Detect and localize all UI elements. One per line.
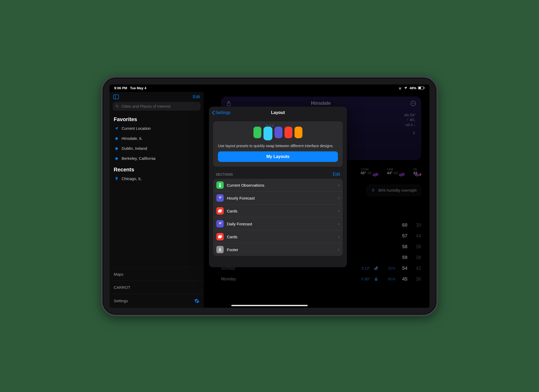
sidebar-item-settings[interactable]: Settings — [109, 294, 204, 308]
hourly-slot: 12AM 45° 48° — [361, 172, 379, 175]
sidebar-item-current-location[interactable]: Current Location — [112, 123, 202, 133]
pin-icon — [114, 176, 119, 181]
battery-percent: 48% — [410, 86, 416, 90]
sidebar-edit-button[interactable]: Edit — [193, 95, 200, 99]
favorites-header: Favorites — [109, 113, 204, 123]
location-arrow-icon — [114, 126, 119, 131]
sidebar-item-dublin[interactable]: Dublin, Ireland — [112, 143, 202, 153]
home-indicator[interactable] — [231, 305, 308, 306]
recents-header: Recents — [109, 163, 204, 174]
sidebar-item-carrot[interactable]: CARROT — [109, 281, 204, 294]
section-label: Cards — [227, 209, 335, 213]
preset-chip — [275, 127, 282, 138]
ipad-frame: 9:06 PM Tue May 4 48% — [101, 76, 438, 316]
sidebar-item-label: Berkeley, California — [122, 156, 156, 161]
preset-chip-selected — [263, 127, 272, 140]
sidebar-bottom-label: Settings — [114, 299, 128, 303]
svg-point-20 — [219, 185, 221, 187]
section-label: Cards — [227, 235, 335, 239]
chevron-right-icon: › — [338, 221, 340, 227]
sparkle-icon — [216, 220, 224, 227]
svg-rect-23 — [219, 209, 222, 212]
layout-popover: Settings Layout ＼｜／ Use layout presets t… — [209, 107, 347, 267]
status-date: Tue May 4 — [130, 86, 146, 90]
sidebar-item-hinsdale[interactable]: Hinsdale, IL — [112, 133, 202, 143]
screen: 9:06 PM Tue May 4 48% — [109, 85, 430, 308]
back-label: Settings — [215, 110, 231, 115]
layout-intro-card: ＼｜／ Use layout presets to quickly swap b… — [213, 121, 343, 167]
sections-list: Current Observations › Hourly Forecast ›… — [213, 179, 343, 256]
sidebar-item-label: Chicago, IL — [122, 176, 142, 181]
preset-chip — [253, 127, 261, 138]
city-name: Hinsdale — [231, 101, 410, 106]
sidebar-item-label: Dublin, Ireland — [122, 146, 147, 151]
sparkle-icon: ＼｜／ — [266, 123, 275, 127]
svg-point-15 — [401, 173, 405, 176]
cloud-icon — [372, 172, 379, 177]
svg-point-10 — [413, 103, 413, 103]
popover-title: Layout — [271, 110, 285, 115]
raindrop-icon — [374, 277, 378, 281]
svg-rect-3 — [113, 95, 119, 99]
back-button[interactable]: Settings — [212, 107, 231, 119]
humidity-label: 80% humidity overnight — [378, 188, 417, 192]
partly-cloudy-icon — [374, 266, 378, 271]
section-row-hourly-forecast[interactable]: Hourly Forecast › — [213, 192, 343, 205]
star-icon — [114, 146, 119, 151]
sidebar-item-berkeley[interactable]: Berkeley, California — [112, 153, 202, 163]
status-bar: 9:06 PM Tue May 4 48% — [109, 85, 430, 92]
section-row-daily-forecast[interactable]: Daily Forecast › — [213, 217, 343, 230]
gear-icon — [194, 298, 199, 304]
sidebar-bottom-label: CARROT — [114, 285, 130, 290]
weather-blurb: els 54° ↑ 45↓ nd 4 ↓ y. — [404, 113, 416, 135]
hourly-slot: 2A 43 — [413, 172, 421, 175]
sidebar-bottom-label: Maps — [114, 272, 123, 276]
layout-preset-graphic: ＼｜／ — [218, 127, 338, 140]
svg-rect-26 — [219, 235, 222, 237]
sections-edit-button[interactable]: Edit — [333, 172, 340, 177]
svg-point-21 — [221, 196, 222, 197]
chevron-right-icon: › — [338, 234, 340, 240]
section-row-footer[interactable]: Footer › — [213, 243, 343, 256]
svg-rect-2 — [419, 87, 421, 89]
svg-point-18 — [374, 268, 378, 270]
search-input[interactable]: Cities and Places of Interest — [113, 102, 201, 111]
section-label: Daily Forecast — [227, 222, 335, 226]
svg-point-5 — [116, 105, 118, 107]
sidebar-item-chicago[interactable]: Chicago, IL — [112, 174, 202, 184]
sidebar-item-maps[interactable]: Maps — [109, 267, 204, 281]
svg-point-13 — [375, 173, 378, 176]
download-icon — [216, 246, 224, 253]
sidebar-toggle-icon[interactable] — [113, 95, 119, 99]
preset-chip — [285, 127, 292, 138]
svg-point-24 — [221, 222, 222, 223]
svg-line-6 — [118, 107, 118, 107]
section-row-cards[interactable]: Cards › — [213, 205, 343, 217]
svg-rect-27 — [218, 251, 222, 251]
chevron-right-icon: › — [338, 247, 340, 252]
sparkle-icon — [216, 194, 224, 202]
daily-row: Monday 0.90" 80% 4536 — [221, 274, 421, 285]
more-icon[interactable] — [410, 101, 416, 106]
share-icon[interactable] — [226, 101, 231, 106]
cloud-icon — [398, 172, 405, 177]
battery-icon — [418, 86, 425, 90]
my-layouts-button[interactable]: My Layouts — [218, 151, 338, 162]
humidity-chip[interactable]: 80% humidity overnight — [366, 185, 421, 196]
humidity-icon — [371, 188, 376, 193]
thermometer-icon — [216, 181, 224, 189]
wifi-icon — [398, 86, 402, 90]
chevron-right-icon: › — [338, 208, 340, 214]
svg-point-9 — [412, 103, 412, 103]
svg-rect-1 — [424, 87, 425, 88]
status-time: 9:06 PM — [114, 86, 127, 90]
svg-point-11 — [414, 103, 415, 103]
preset-chip — [295, 127, 302, 138]
section-label: Hourly Forecast — [227, 196, 335, 200]
sidebar: Edit Cities and Places of Interest Favor… — [109, 92, 204, 308]
sections-header: SECTIONS Edit — [209, 167, 347, 178]
section-row-current-observations[interactable]: Current Observations › — [213, 179, 343, 192]
section-row-cards-2[interactable]: Cards › — [213, 230, 343, 243]
sections-header-label: SECTIONS — [216, 173, 233, 176]
hourly-slot: 1AM 44° 48° — [387, 172, 405, 175]
